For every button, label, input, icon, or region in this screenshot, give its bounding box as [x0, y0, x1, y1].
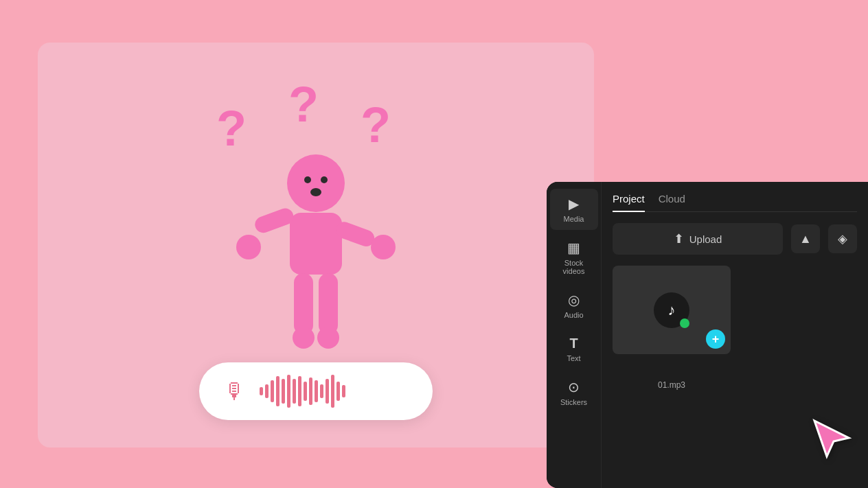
- sidebar-item-audio[interactable]: ◎ Audio: [550, 285, 598, 326]
- dropbox-icon: ◈: [838, 231, 847, 246]
- svg-rect-7: [290, 213, 342, 275]
- main-canvas: ? ? ?: [0, 0, 868, 488]
- tabs: Project Cloud: [613, 193, 857, 212]
- text-icon: T: [569, 336, 578, 351]
- svg-point-13: [293, 327, 315, 349]
- svg-rect-8: [253, 206, 296, 235]
- waveform: [260, 375, 408, 408]
- svg-point-11: [371, 235, 396, 259]
- svg-rect-14: [319, 273, 338, 335]
- mic-icon: 🎙: [224, 379, 246, 404]
- svg-rect-12: [294, 273, 313, 335]
- sidebar-item-stock-label: Stock videos: [556, 259, 593, 275]
- sidebar-item-media[interactable]: ▶ Media: [550, 189, 598, 230]
- media-filename: 01.mp3: [613, 380, 731, 390]
- sidebar-item-text[interactable]: T Text: [550, 329, 598, 369]
- stock-icon: ▦: [567, 240, 580, 256]
- svg-text:?: ?: [216, 101, 247, 156]
- upload-area: ⬆ Upload ▲ ◈: [613, 223, 857, 255]
- google-drive-button[interactable]: ▲: [791, 224, 820, 253]
- sidebar-item-stock[interactable]: ▦ Stock videos: [550, 233, 598, 282]
- sidebar: ▶ Media ▦ Stock videos ◎ Audio T Text ⊙ …: [547, 182, 602, 488]
- music-icon-circle: ♪: [654, 292, 689, 328]
- svg-point-3: [287, 154, 345, 212]
- svg-point-6: [310, 188, 321, 196]
- stickers-icon: ⊙: [568, 379, 580, 395]
- google-drive-icon: ▲: [799, 232, 812, 246]
- dropbox-button[interactable]: ◈: [828, 224, 857, 253]
- media-item-mp3: ♪ +: [613, 266, 731, 354]
- cursor-svg: [808, 414, 856, 462]
- character-illustration: ? ? ?: [172, 63, 460, 379]
- upload-button-label: Upload: [689, 233, 722, 245]
- upload-cloud-icon: ⬆: [674, 231, 684, 246]
- svg-text:?: ?: [288, 77, 319, 132]
- upload-button[interactable]: ⬆ Upload: [613, 223, 783, 255]
- tab-cloud[interactable]: Cloud: [659, 193, 685, 211]
- video-preview: ? ? ?: [38, 43, 594, 448]
- audio-bar: 🎙: [199, 362, 433, 420]
- svg-point-5: [321, 176, 328, 183]
- svg-point-9: [236, 235, 261, 259]
- sidebar-item-stickers-label: Stickers: [560, 398, 587, 406]
- sidebar-item-audio-label: Audio: [564, 311, 583, 319]
- sidebar-item-stickers[interactable]: ⊙ Stickers: [550, 372, 598, 413]
- sidebar-item-text-label: Text: [567, 354, 580, 362]
- tab-project[interactable]: Project: [613, 193, 645, 211]
- media-item-wrapper: ♪ + 01.mp3: [613, 266, 731, 373]
- svg-point-4: [304, 176, 311, 183]
- add-media-button[interactable]: +: [706, 329, 725, 349]
- svg-marker-16: [814, 421, 849, 456]
- audio-icon: ◎: [568, 292, 580, 308]
- media-grid: ♪ + 01.mp3: [613, 266, 857, 373]
- music-note-icon: ♪: [668, 301, 676, 319]
- media-icon: ▶: [569, 196, 579, 212]
- sidebar-item-media-label: Media: [564, 215, 584, 223]
- svg-point-15: [317, 327, 339, 349]
- character-scene: ? ? ?: [38, 43, 594, 448]
- svg-text:?: ?: [361, 97, 391, 152]
